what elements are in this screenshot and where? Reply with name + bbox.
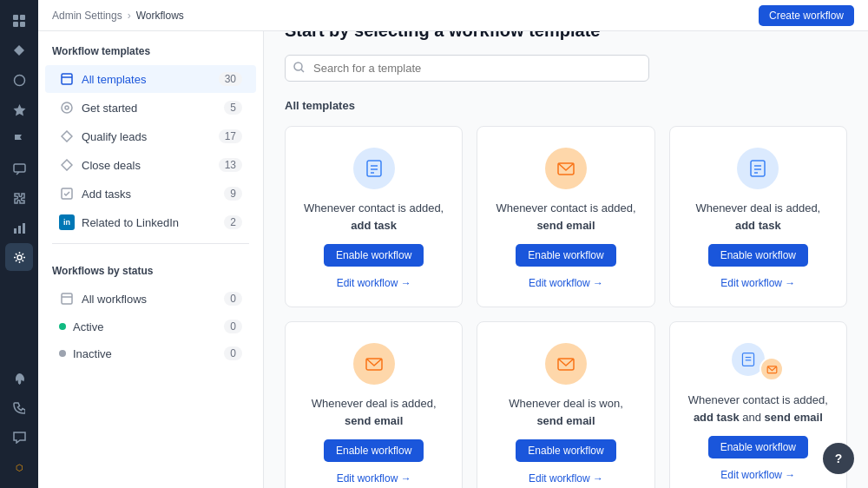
sidebar-item-all-templates[interactable]: All templates 30 (45, 65, 256, 93)
template-icon-4 (353, 343, 395, 385)
nav-icon-settings[interactable] (5, 243, 33, 271)
enable-workflow-button-1[interactable]: Enable workflow (324, 244, 424, 267)
breadcrumb: Admin Settings › Workflows (52, 10, 184, 22)
nav-icon-diamond[interactable] (5, 36, 33, 64)
add-tasks-label: Add tasks (82, 188, 224, 201)
svg-rect-10 (23, 223, 25, 234)
linkedin-label: Related to LinkedIn (82, 216, 224, 229)
template-card-1: Whenever contact is added, add task Enab… (285, 126, 463, 307)
search-input[interactable] (285, 55, 649, 82)
enable-workflow-button-3[interactable]: Enable workflow (708, 244, 808, 267)
sidebar-item-linkedin[interactable]: in Related to LinkedIn 2 (45, 208, 256, 236)
svg-marker-6 (13, 104, 25, 116)
template-text-4: Whenever deal is added, send email (303, 395, 444, 429)
nav-icon-dots[interactable]: ⬡ (5, 453, 33, 481)
template-text-6: Whenever contact is added, add task and … (687, 392, 829, 425)
help-button[interactable]: ? (823, 443, 854, 474)
sidebar-item-qualify-leads[interactable]: Qualify leads 17 (45, 122, 256, 150)
status-section-title: Workflows by status (38, 251, 263, 284)
add-tasks-icon (59, 186, 75, 201)
breadcrumb-separator: › (128, 10, 131, 22)
template-card-4: Whenever deal is added, send email Enabl… (285, 321, 463, 488)
nav-icon-circle[interactable] (5, 66, 33, 94)
template-card-6: Whenever contact is added, add task and … (669, 321, 847, 488)
sidebar-item-inactive[interactable]: Inactive 0 (45, 340, 256, 366)
topbar: Admin Settings › Workflows Create workfl… (38, 0, 868, 31)
svg-point-21 (294, 63, 302, 70)
nav-icon-chat[interactable] (5, 155, 33, 182)
create-workflow-button[interactable]: Create workflow (759, 5, 854, 26)
svg-point-11 (17, 255, 22, 260)
template-icon-5 (545, 343, 587, 385)
template-icon-1 (353, 148, 395, 189)
linkedin-icon: in (59, 214, 75, 230)
sidebar-item-close-deals[interactable]: Close deals 13 (45, 151, 256, 179)
svg-point-14 (62, 102, 72, 113)
nav-icon-message[interactable] (5, 424, 33, 452)
nav-icon-phone[interactable] (5, 394, 33, 422)
nav-icon-flag[interactable] (5, 125, 33, 153)
inactive-dot (59, 350, 66, 357)
all-templates-icon (59, 71, 75, 87)
get-started-label: Get started (82, 102, 224, 115)
nav-icon-chart[interactable] (5, 214, 33, 241)
svg-rect-28 (751, 161, 765, 176)
sidebar-item-get-started[interactable]: Get started 5 (45, 94, 256, 122)
nav-icon-rocket[interactable] (5, 365, 33, 392)
enable-workflow-button-6[interactable]: Enable workflow (708, 436, 808, 458)
svg-rect-12 (62, 74, 72, 84)
active-dot (59, 323, 66, 330)
svg-rect-9 (18, 226, 21, 234)
close-deals-label: Close deals (82, 159, 219, 172)
sidebar-item-add-tasks[interactable]: Add tasks 9 (45, 180, 256, 208)
qualify-leads-label: Qualify leads (82, 130, 219, 143)
template-text-3: Whenever deal is added, add task (687, 200, 829, 234)
edit-workflow-link-6[interactable]: Edit workflow → (720, 469, 795, 481)
template-icon-6 (732, 343, 784, 381)
svg-line-22 (301, 69, 304, 72)
template-text-5: Whenever deal is won, send email (495, 395, 636, 429)
template-text-1: Whenever contact is added, add task (303, 200, 444, 234)
add-tasks-count: 9 (224, 187, 242, 201)
get-started-count: 5 (224, 101, 242, 115)
sidebar-divider (52, 243, 249, 244)
svg-rect-0 (13, 15, 18, 20)
template-icon-2 (545, 148, 587, 189)
qualify-leads-count: 17 (219, 129, 242, 143)
svg-rect-19 (62, 293, 72, 304)
template-card-2: Whenever contact is added, send email En… (477, 126, 654, 307)
nav-icon-star[interactable] (5, 96, 33, 123)
active-count: 0 (224, 320, 242, 333)
sidebar-item-all-workflows[interactable]: All workflows 0 (45, 285, 256, 313)
content-area: Workflow templates All templates 30 (38, 0, 868, 488)
search-icon (293, 62, 305, 76)
edit-workflow-link-3[interactable]: Edit workflow → (720, 277, 795, 289)
nav-icon-grid[interactable] (5, 7, 33, 35)
edit-workflow-link-4[interactable]: Edit workflow → (337, 472, 411, 485)
qualify-leads-icon (59, 129, 75, 144)
nav-icon-puzzle[interactable] (5, 184, 33, 212)
edit-workflow-link-2[interactable]: Edit workflow → (529, 277, 603, 289)
inactive-count: 0 (224, 346, 242, 360)
edit-workflow-link-5[interactable]: Edit workflow → (529, 472, 603, 485)
breadcrumb-parent[interactable]: Admin Settings (52, 10, 122, 22)
all-workflows-label: All workflows (82, 293, 224, 306)
all-workflows-count: 0 (224, 292, 242, 306)
nav-rail: ⬡ (0, 0, 38, 488)
enable-workflow-button-4[interactable]: Enable workflow (324, 439, 424, 462)
section-label: All templates (285, 99, 847, 112)
enable-workflow-button-2[interactable]: Enable workflow (516, 244, 615, 267)
sidebar-item-active[interactable]: Active 0 (45, 313, 256, 340)
get-started-icon (59, 100, 75, 115)
close-deals-icon (59, 157, 75, 173)
enable-workflow-button-5[interactable]: Enable workflow (516, 439, 615, 462)
svg-rect-2 (13, 22, 18, 27)
close-deals-count: 13 (219, 158, 242, 172)
all-templates-count: 30 (219, 72, 242, 86)
active-label: Active (73, 320, 224, 333)
edit-workflow-link-1[interactable]: Edit workflow → (337, 277, 411, 289)
svg-marker-16 (62, 131, 72, 142)
search-bar (285, 55, 649, 82)
svg-rect-8 (14, 228, 16, 234)
svg-rect-34 (743, 353, 754, 366)
